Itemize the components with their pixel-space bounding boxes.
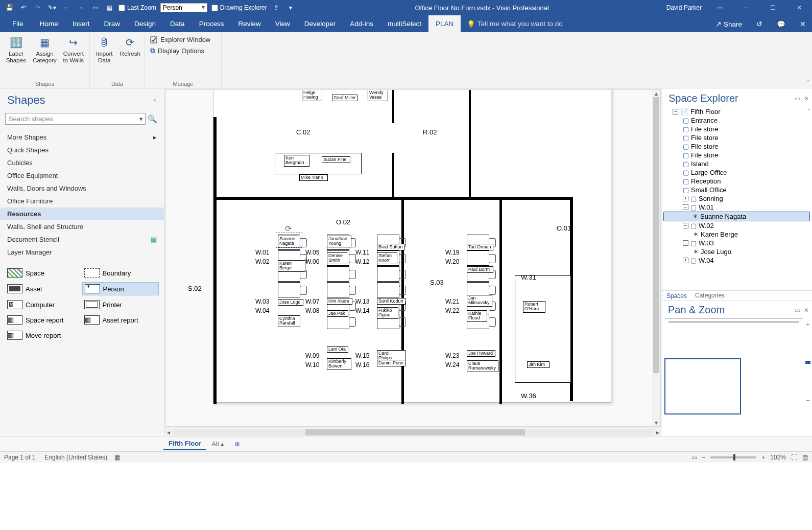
last-zoom-check[interactable]: Last Zoom	[118, 4, 156, 11]
switch-windows-icon[interactable]: ▤	[802, 454, 808, 461]
qat-more-icon[interactable]: ▾	[284, 2, 297, 14]
drawing-page[interactable]: C.02 R.02 O.02 S.02 S.03 O.01 W.31 W.36 …	[213, 89, 611, 403]
person-tag[interactable]: Tad Orman	[467, 244, 493, 250]
person-tag[interactable]: Ken Bergman	[284, 155, 309, 167]
share-button[interactable]: ↗ Share	[715, 20, 742, 28]
person-tag[interactable]: Mike Tiano	[299, 174, 328, 181]
tree-item-w01[interactable]: – ▢ W.01	[663, 203, 810, 212]
close-icon[interactable]: ✕	[791, 4, 808, 11]
pane-close-icon[interactable]: ✕	[804, 95, 809, 102]
tab-review[interactable]: Review	[231, 15, 268, 32]
person-tag[interactable]: Jim Kim	[527, 361, 550, 368]
tree-person[interactable]: ✶ Karen Berge	[663, 230, 810, 239]
zoom-in-icon[interactable]: +	[806, 321, 809, 328]
redo-icon[interactable]: ↷	[32, 2, 44, 14]
pan-zoom-slider[interactable]: +–	[805, 321, 811, 404]
stencil-document-stencil[interactable]: Document Stencil▤	[0, 233, 164, 246]
scroll-left-icon[interactable]: ◂	[164, 429, 173, 436]
zoom-in-icon[interactable]: +	[761, 454, 765, 461]
person-tag[interactable]: Daniel Penn	[377, 360, 405, 366]
tree-item-sonning[interactable]: + ▢ Sonning	[663, 194, 810, 203]
macro-icon[interactable]: ▦	[114, 454, 120, 461]
tree-item-w02[interactable]: – ▢ W.02	[663, 221, 810, 230]
presentation-mode-icon[interactable]: ▭	[691, 454, 697, 461]
person-tag[interactable]: Kathie Flood	[467, 310, 487, 322]
nav-fwd-icon[interactable]: →	[75, 2, 87, 14]
stencil-resources[interactable]: Resources	[0, 208, 164, 220]
person-combo[interactable]: Person	[160, 3, 207, 12]
add-page-icon[interactable]: ⊕	[234, 440, 240, 448]
person-tag[interactable]: Brad Sutton	[377, 244, 404, 250]
person-tag[interactable]: Robert O'Hara	[523, 301, 545, 313]
undo-icon[interactable]: ↶	[17, 2, 30, 14]
grid-icon[interactable]: ▦	[103, 2, 115, 14]
person-tag[interactable]: Jan Miksovsky	[467, 295, 492, 307]
tree-item-w04[interactable]: + ▢ W.04	[663, 256, 810, 265]
shape-person[interactable]: Person	[82, 282, 159, 295]
shape-space[interactable]: Space	[5, 267, 82, 279]
tab-data[interactable]: Data	[163, 15, 192, 32]
maximize-icon[interactable]: ☐	[764, 4, 781, 11]
stencil-layer-manager[interactable]: Layer Manager	[0, 246, 164, 259]
tab-home[interactable]: Home	[33, 15, 65, 32]
space-tree[interactable]: – 📄 Fifth Floor ˇ ▢ Entrance ▢ File stor…	[662, 106, 812, 290]
refresh-button[interactable]: ⟳Refresh	[119, 34, 142, 64]
tree-root[interactable]: – 📄 Fifth Floor ˇ	[663, 107, 810, 116]
person-tag[interactable]: Jose Lugo	[278, 299, 303, 306]
person-tag-selected[interactable]: Suanne Nagata	[278, 236, 299, 247]
quick-shapes-item[interactable]: Quick Shapes	[0, 144, 164, 156]
more-shapes-item[interactable]: More Shapes▸	[0, 131, 164, 144]
person-tag[interactable]: Wendy Vasse	[368, 89, 388, 101]
person-tag[interactable]: Karen Berge	[278, 260, 305, 272]
rotate-handle-icon[interactable]: ⟳	[285, 224, 293, 232]
person-tag[interactable]: Denise Smith	[327, 252, 347, 264]
tab-design[interactable]: Design	[127, 15, 163, 32]
tab-developer[interactable]: Developer	[297, 15, 343, 32]
stencil-cubicles[interactable]: Cubicles	[0, 156, 164, 169]
person-tag[interactable]: Claus Romanowsky	[467, 360, 498, 372]
tree-item[interactable]: ▢ File store	[663, 133, 810, 142]
comments-icon[interactable]: 💬	[777, 20, 785, 28]
person-tag[interactable]: Jonathan Young	[327, 236, 351, 247]
drawing-explorer-check[interactable]: Drawing Explorer	[211, 4, 267, 11]
import-data-button[interactable]: 🛢Import Data	[93, 34, 116, 64]
display-options-button[interactable]: ⧉ Display Options	[148, 45, 218, 56]
search-icon[interactable]: 🔍	[146, 114, 159, 124]
label-shapes-button[interactable]: 🔢Label Shapes	[3, 34, 29, 64]
shape-space-report[interactable]: ▥Space report	[5, 314, 82, 326]
person-tag[interactable]: Lani Ota	[327, 346, 348, 353]
zoom-percent[interactable]: 102%	[770, 454, 786, 461]
tab-process[interactable]: Process	[192, 15, 231, 32]
shape-boundary[interactable]: Boundary	[82, 267, 159, 279]
tree-item[interactable]: ▢ File store	[663, 125, 810, 133]
minimize-icon[interactable]: —	[737, 4, 755, 11]
stencil-office-furniture[interactable]: Office Furniture	[0, 195, 164, 208]
page-tab-active[interactable]: Fifth Floor	[163, 437, 206, 450]
user-name[interactable]: David Parker	[666, 4, 702, 11]
explorer-tab-spaces[interactable]: Spaces	[662, 291, 691, 301]
person-tag[interactable]: Geof Miller	[332, 95, 357, 101]
tree-item[interactable]: ▢ Entrance	[663, 116, 810, 125]
tab-file[interactable]: File	[3, 15, 33, 32]
tree-item[interactable]: ▢ Reception	[663, 177, 810, 186]
drawing-canvas[interactable]: C.02 R.02 O.02 S.02 S.03 O.01 W.31 W.36 …	[165, 89, 661, 427]
window-icon[interactable]: ▭	[89, 2, 101, 14]
tree-item[interactable]: ▢ Small Office	[663, 186, 810, 194]
tree-item-w03[interactable]: – ▢ W.03	[663, 239, 810, 247]
horizontal-scrollbar[interactable]: ◂ ▸	[164, 428, 662, 436]
shape-computer[interactable]: 🖥Computer	[5, 298, 82, 311]
person-tag[interactable]: Jae Pak	[327, 310, 348, 317]
tab-addins[interactable]: Add-ins	[343, 15, 380, 32]
pan-zoom-frame[interactable]	[664, 358, 741, 414]
person-tag[interactable]: Paul Borm	[467, 266, 493, 273]
person-tag[interactable]: Joe Howard	[467, 350, 495, 357]
tab-multiselect[interactable]: multiSelect	[380, 15, 428, 32]
person-tag[interactable]: Kim Akers	[327, 298, 352, 305]
person-tag[interactable]: Suzan Fine	[322, 156, 350, 163]
tree-item[interactable]: ▢ File store	[663, 151, 810, 159]
stencil-office-equipment[interactable]: Office Equipment	[0, 169, 164, 182]
page-tab-all[interactable]: All ▴	[206, 438, 229, 450]
touch-icon[interactable]: ✎▾	[46, 2, 58, 14]
tree-item[interactable]: ▢ File store	[663, 142, 810, 151]
pane-window-icon[interactable]: ▭	[795, 307, 800, 314]
